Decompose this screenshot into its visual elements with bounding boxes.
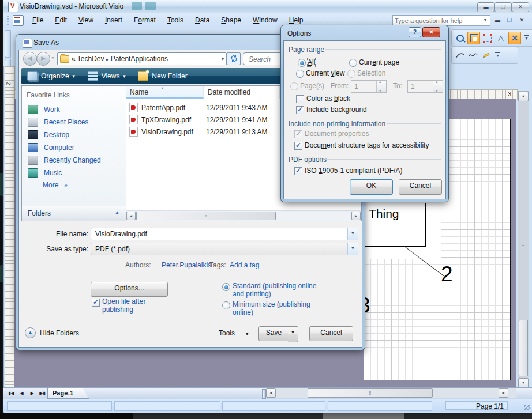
scroll-right-icon[interactable]: ▸ (351, 212, 361, 220)
arc-tool-icon[interactable] (454, 50, 466, 61)
help-question-box[interactable]: ▾ (392, 15, 490, 26)
views-button[interactable]: Views ▼ (82, 68, 133, 84)
column-header-date-modified[interactable]: Date modified (204, 86, 280, 99)
save-button[interactable]: Save (258, 326, 289, 341)
address-dropdown-icon[interactable]: ▾ (222, 56, 224, 62)
organize-button[interactable]: Organize ▼ (21, 68, 82, 84)
hide-folders-label[interactable]: Hide Folders (40, 329, 79, 337)
toolbar-overflow-icon[interactable]: ▾ (524, 35, 529, 41)
dialog-help-button[interactable]: ? (409, 27, 421, 37)
delete-tool-icon[interactable]: ✕ (508, 32, 521, 44)
folders-bar[interactable]: Folders ▲ (22, 206, 126, 221)
close-button[interactable]: ✕ (512, 2, 529, 12)
thing-shape[interactable]: Thing (363, 203, 426, 247)
iso-compliant-label[interactable]: ISO 19005-1 compliant (PDF/A) (305, 167, 402, 175)
save-split-dropdown[interactable]: ▼ (288, 326, 298, 342)
all-radio[interactable] (298, 59, 306, 67)
recent-pages-chevron-icon[interactable]: ▼ (51, 56, 55, 60)
last-page-icon[interactable]: ▶▮ (38, 389, 47, 398)
save-as-type-combo[interactable]: PDF (*.pdf) ▼ (91, 243, 358, 255)
help-question-input[interactable] (393, 16, 481, 25)
current-page-radio-label[interactable]: Current page (359, 58, 399, 66)
dialog-close-button[interactable] (422, 27, 440, 37)
tab-scroll-splitter[interactable] (262, 389, 266, 399)
include-background-label[interactable]: Include background (306, 105, 367, 114)
save-as-type-value[interactable]: PDF (*.pdf) (95, 245, 130, 253)
menu-window[interactable]: Window (247, 14, 283, 27)
minimum-size-radio-label[interactable]: Minimum size (publishing online) (233, 300, 331, 316)
tab-page-1[interactable]: Page-1 (47, 388, 89, 399)
forward-button[interactable]: ► (36, 52, 50, 66)
cancel-button[interactable]: Cancel (399, 179, 442, 195)
sidebar-item-work[interactable]: Work (28, 105, 60, 114)
tools-dropdown[interactable]: Tools ▼ (219, 329, 249, 337)
menu-insert[interactable]: Insert (99, 14, 128, 27)
docked-toolbar-stub[interactable] (5, 30, 11, 58)
back-button[interactable]: ◄ (23, 52, 37, 66)
pencil-tool-icon[interactable] (481, 50, 492, 61)
options-button[interactable]: Options... (91, 282, 168, 297)
iso-compliant-checkbox[interactable] (294, 167, 302, 175)
menu-edit[interactable]: Edit (49, 14, 73, 27)
zoom-tool-icon[interactable] (454, 32, 466, 44)
scroll-right-icon[interactable]: ▸ (499, 388, 508, 398)
from-spinner[interactable]: 1 (351, 80, 387, 93)
maximize-button[interactable]: ❒ (494, 2, 512, 12)
sidebar-more-link[interactable]: More » (43, 181, 68, 189)
resize-grip[interactable] (524, 405, 530, 410)
include-background-checkbox[interactable] (296, 106, 304, 114)
menu-format[interactable]: Format (128, 14, 162, 27)
scroll-down-icon[interactable]: ▾ (518, 378, 529, 388)
sidebar-item-recent-places[interactable]: Recent Places (28, 118, 88, 127)
menu-tools[interactable]: Tools (162, 14, 189, 27)
doc-close-button[interactable]: ✕ (517, 16, 527, 25)
menu-shape[interactable]: Shape (215, 14, 247, 27)
current-view-radio[interactable] (296, 70, 304, 78)
freeform-tool-icon[interactable] (467, 50, 479, 61)
column-header-name[interactable]: Name ▲ (126, 86, 204, 99)
ok-button[interactable]: OK (350, 179, 393, 195)
color-as-black-checkbox[interactable] (296, 95, 304, 103)
current-page-radio[interactable] (349, 59, 357, 67)
scrollbar-split-handle[interactable]: ≡ (518, 243, 529, 248)
new-folder-button[interactable]: New Folder (132, 68, 193, 84)
file-name-combo[interactable]: VisioDrawing.pdf ▼ (91, 228, 358, 240)
document-structure-checkbox[interactable] (294, 142, 302, 150)
menu-file[interactable]: File (27, 14, 49, 27)
menu-view[interactable]: View (73, 14, 99, 27)
open-file-after-checkbox[interactable] (92, 299, 100, 307)
breadcrumb-techdev[interactable]: TechDev (77, 55, 104, 63)
marquee-tool-icon[interactable] (482, 32, 493, 44)
first-page-icon[interactable]: ▮◀ (7, 389, 16, 398)
standard-radio-label[interactable]: Standard (publishing online and printing… (233, 282, 325, 298)
hide-folders-chevron-icon[interactable]: ▲ (25, 327, 36, 338)
horizontal-scroll-thumb[interactable]: ⦙⦙ (308, 388, 433, 398)
current-view-radio-label[interactable]: Current view (306, 69, 344, 77)
scroll-up-icon[interactable]: ▴ (518, 92, 529, 101)
chevron-down-icon[interactable]: ▾ (481, 16, 489, 24)
sidebar-item-computer[interactable]: Computer (28, 143, 74, 152)
minimize-button[interactable]: ▬ (477, 2, 494, 12)
refresh-button[interactable] (227, 52, 241, 65)
breadcrumb-separator-icon[interactable]: ▸ (106, 56, 109, 62)
scroll-left-icon[interactable]: ◂ (266, 388, 276, 398)
document-properties-checkbox[interactable] (294, 130, 302, 138)
doc-minimize-button[interactable]: ▬ (493, 16, 503, 25)
vertical-scrollbar[interactable]: ▴ ≡ ▾ (518, 91, 529, 388)
breadcrumb-overflow[interactable]: « (72, 55, 76, 63)
file-name-value[interactable]: VisioDrawing.pdf (95, 230, 147, 238)
all-radio-label[interactable]: All (308, 58, 315, 66)
sidebar-item-desktop[interactable]: Desktop (28, 130, 69, 139)
connection-point-tool-icon[interactable] (467, 32, 480, 44)
sidebar-item-music[interactable]: Music (28, 168, 62, 178)
spinner-arrows-icon[interactable] (433, 81, 443, 92)
color-as-black-label[interactable]: Color as black (306, 95, 350, 103)
menu-data[interactable]: Data (189, 14, 215, 27)
open-file-after-label[interactable]: Open file after publishing (102, 297, 177, 314)
pages-radio[interactable] (290, 82, 298, 90)
scroll-left-icon[interactable]: ◂ (126, 212, 136, 220)
authors-value[interactable]: Peter.Pupalaikis (162, 261, 211, 269)
horizontal-scrollbar[interactable]: ◂ ⦙⦙ ▸ (266, 388, 516, 398)
vertical-scroll-thumb[interactable] (519, 320, 528, 376)
doc-restore-button[interactable]: ❒ (504, 16, 514, 25)
